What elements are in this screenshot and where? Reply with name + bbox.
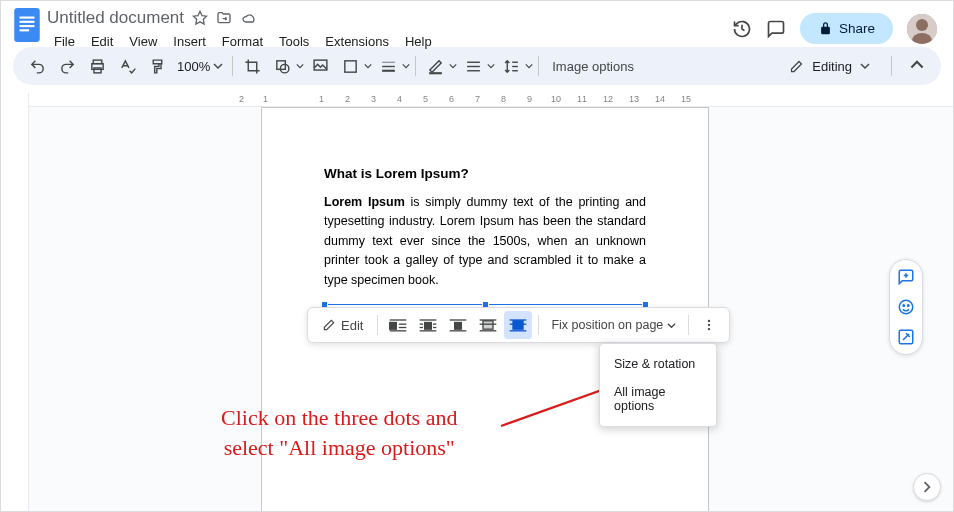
svg-rect-4 xyxy=(20,29,30,31)
menu-size-rotation[interactable]: Size & rotation xyxy=(600,350,716,378)
chevron-down-icon[interactable] xyxy=(449,62,457,70)
wrap-break-button[interactable] xyxy=(444,311,472,339)
suggest-edits-icon[interactable] xyxy=(897,328,915,346)
menu-bar: File Edit View Insert Format Tools Exten… xyxy=(47,31,732,52)
share-button[interactable]: Share xyxy=(800,13,893,44)
workspace: 2 1 1 2 3 4 5 6 7 8 9 10 11 12 13 14 15 … xyxy=(1,93,953,512)
doc-paragraph: Lorem Ipsum is simply dummy text of the … xyxy=(324,193,646,290)
menu-extensions[interactable]: Extensions xyxy=(318,31,396,52)
title-area: Untitled document File Edit View Insert … xyxy=(47,7,732,52)
lock-icon xyxy=(818,21,833,36)
annotation-line1: Click on the three dots and xyxy=(221,403,457,433)
svg-rect-3 xyxy=(20,25,35,27)
doc-bold-lead: Lorem Ipsum xyxy=(324,195,405,209)
replace-image-button[interactable] xyxy=(306,52,334,80)
chevron-down-icon[interactable] xyxy=(296,62,304,70)
pencil-icon xyxy=(322,318,336,332)
svg-rect-19 xyxy=(429,72,442,74)
wrap-front-button[interactable] xyxy=(504,311,532,339)
wrap-behind-button[interactable] xyxy=(474,311,502,339)
line-color-button[interactable] xyxy=(421,52,449,80)
mask-image-button[interactable] xyxy=(268,52,296,80)
account-avatar[interactable] xyxy=(907,14,937,44)
kebab-icon xyxy=(702,318,716,332)
align-button[interactable] xyxy=(459,52,487,80)
paint-format-button[interactable] xyxy=(143,52,171,80)
more-options-menu: Size & rotation All image options xyxy=(599,343,717,427)
svg-rect-15 xyxy=(345,60,356,71)
menu-tools[interactable]: Tools xyxy=(272,31,316,52)
svg-rect-39 xyxy=(455,323,462,330)
image-context-toolbar: Edit Fix position on page xyxy=(307,307,730,343)
svg-marker-5 xyxy=(193,11,206,24)
document-title[interactable]: Untitled document xyxy=(47,8,184,28)
line-spacing-button[interactable] xyxy=(497,52,525,80)
chevron-down-icon[interactable] xyxy=(402,62,410,70)
menu-insert[interactable]: Insert xyxy=(166,31,213,52)
ruler-vertical[interactable] xyxy=(1,93,29,512)
move-folder-icon[interactable] xyxy=(216,10,232,26)
editing-mode-button[interactable]: Editing xyxy=(779,55,880,78)
image-options-button[interactable]: Image options xyxy=(544,59,642,74)
main-toolbar: 100% Image opti xyxy=(13,47,941,85)
menu-edit[interactable]: Edit xyxy=(84,31,120,52)
chevron-down-icon xyxy=(213,61,223,71)
crop-image-button[interactable] xyxy=(238,52,266,80)
comments-icon[interactable] xyxy=(766,19,786,39)
svg-rect-41 xyxy=(483,321,493,329)
menu-format[interactable]: Format xyxy=(215,31,270,52)
chevron-down-icon[interactable] xyxy=(525,62,533,70)
pencil-icon xyxy=(789,59,804,74)
svg-rect-27 xyxy=(390,323,397,330)
svg-rect-1 xyxy=(20,17,35,19)
docs-logo-icon[interactable] xyxy=(13,7,41,43)
chevron-down-icon xyxy=(860,61,870,71)
zoom-value: 100% xyxy=(177,59,210,74)
annotation-line2: select "All image options" xyxy=(221,433,457,463)
spellcheck-button[interactable] xyxy=(113,52,141,80)
star-icon[interactable] xyxy=(192,10,208,26)
edit-image-label: Edit xyxy=(341,318,363,333)
svg-point-54 xyxy=(899,300,913,314)
edit-image-button[interactable]: Edit xyxy=(314,318,371,333)
wrap-wraptext-button[interactable] xyxy=(414,311,442,339)
comment-bubble xyxy=(889,259,923,355)
menu-all-image-options[interactable]: All image options xyxy=(600,378,716,420)
svg-rect-32 xyxy=(425,323,432,330)
border-color-button[interactable] xyxy=(336,52,364,80)
svg-point-49 xyxy=(708,320,710,322)
print-button[interactable] xyxy=(83,52,111,80)
redo-button[interactable] xyxy=(53,52,81,80)
svg-point-50 xyxy=(708,324,710,326)
svg-point-55 xyxy=(903,305,905,307)
emoji-reaction-icon[interactable] xyxy=(897,298,915,316)
ruler-horizontal[interactable]: 2 1 1 2 3 4 5 6 7 8 9 10 11 12 13 14 15 xyxy=(29,93,953,107)
menu-view[interactable]: View xyxy=(122,31,164,52)
undo-button[interactable] xyxy=(23,52,51,80)
position-select[interactable]: Fix position on page xyxy=(545,318,682,332)
menu-help[interactable]: Help xyxy=(398,31,439,52)
svg-point-51 xyxy=(708,328,710,330)
editing-mode-label: Editing xyxy=(812,59,852,74)
svg-rect-2 xyxy=(20,21,35,23)
chevron-down-icon[interactable] xyxy=(487,62,495,70)
svg-point-56 xyxy=(908,305,910,307)
annotation-text: Click on the three dots and select "All … xyxy=(221,403,457,462)
explore-fab[interactable] xyxy=(913,473,941,501)
svg-rect-48 xyxy=(513,321,523,329)
chevron-down-icon xyxy=(667,321,676,330)
chevron-down-icon[interactable] xyxy=(364,62,372,70)
position-label: Fix position on page xyxy=(551,318,663,332)
header: Untitled document File Edit View Insert … xyxy=(1,1,953,47)
zoom-select[interactable]: 100% xyxy=(173,59,227,74)
add-comment-icon[interactable] xyxy=(897,268,915,286)
collapse-toolbar-button[interactable] xyxy=(903,52,931,80)
more-options-button[interactable] xyxy=(695,311,723,339)
menu-file[interactable]: File xyxy=(47,31,82,52)
doc-heading: What is Lorem Ipsum? xyxy=(324,166,646,181)
wrap-inline-button[interactable] xyxy=(384,311,412,339)
svg-point-7 xyxy=(916,19,928,31)
history-icon[interactable] xyxy=(732,19,752,39)
cloud-status-icon[interactable] xyxy=(240,10,258,26)
border-weight-button[interactable] xyxy=(374,52,402,80)
